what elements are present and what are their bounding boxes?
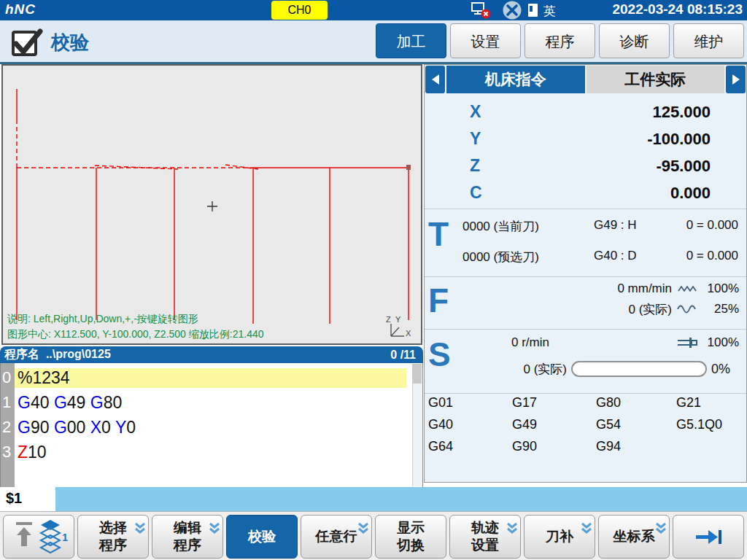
line-number: 0 bbox=[1, 368, 15, 387]
cnc-screen: hNC CH0 英 2022-03-24 08:15:23 bbox=[0, 0, 747, 560]
hnc-logo: hNC bbox=[5, 1, 36, 18]
program-section: 程序名 ..\prog\0125 0 /11 0%12341G40 G49 G8… bbox=[0, 346, 423, 488]
program-line[interactable]: 2G90 G00 X0 Y0 bbox=[1, 415, 422, 440]
axis-name: X bbox=[470, 102, 481, 122]
tool-row-preselect: 0000 (预选刀) G40 : D 0 = 0.000 bbox=[425, 246, 746, 266]
double-chevron-down-icon bbox=[209, 522, 220, 536]
svg-text:Y: Y bbox=[395, 315, 401, 324]
spindle-speed: 0 r/min bbox=[511, 335, 549, 350]
softkey-any-line[interactable]: 任意行 bbox=[301, 515, 372, 559]
axis-value: 0.000 bbox=[670, 184, 711, 203]
dro-panel: 机床指令 工件实际 X125.000Y-100.000Z-95.000C0.00… bbox=[424, 64, 747, 483]
main-tab[interactable]: 维护 bbox=[673, 23, 744, 58]
gcode-item: G01 bbox=[428, 395, 512, 417]
line-number: 1 bbox=[1, 393, 15, 412]
program-lines: 0%12341G40 G49 G802G90 G00 X0 Y03Z10 bbox=[1, 365, 422, 464]
spindle-load-bar bbox=[571, 361, 707, 377]
tab-workpiece-actual[interactable]: 工件实际 bbox=[587, 66, 725, 93]
toolpath-view[interactable]: 说明: Left,Right,Up,Down,+,-按键旋转图形 图形中心: X… bbox=[1, 64, 422, 345]
double-chevron-down-icon bbox=[134, 522, 146, 536]
line-number: 2 bbox=[1, 418, 15, 437]
program-line[interactable]: 0%1234 bbox=[1, 365, 422, 390]
program-header: 程序名 ..\prog\0125 0 /11 bbox=[0, 346, 423, 363]
main-tab[interactable]: 加工 bbox=[376, 23, 446, 58]
axis-row: X125.000 bbox=[425, 98, 746, 125]
main-tab[interactable]: 设置 bbox=[450, 23, 521, 58]
spindle-override: 100% bbox=[704, 335, 739, 350]
tool-row-current: 0000 (当前刀) G49 : H 0 = 0.000 bbox=[425, 215, 746, 236]
dro-tab-bar: 机床指令 工件实际 bbox=[425, 66, 746, 93]
softkey-coord-system[interactable]: 坐标系 bbox=[598, 515, 670, 559]
toolpath-svg bbox=[3, 66, 421, 343]
feed-zigzag-icon bbox=[676, 284, 700, 294]
axis-value: -100.000 bbox=[647, 130, 711, 149]
softkey-label: 坐标系 bbox=[614, 528, 655, 545]
axis-value: -95.000 bbox=[656, 157, 711, 176]
gcode-item: G49 bbox=[512, 417, 596, 439]
channel-button[interactable]: CH0 bbox=[271, 1, 328, 20]
program-line[interactable]: 1G40 G49 G80 bbox=[1, 390, 422, 415]
softkey-tool-comp[interactable]: 刀补 bbox=[524, 515, 595, 559]
main-tab[interactable]: 程序 bbox=[525, 23, 595, 58]
feed-row-actual: 0 (实际) 25% bbox=[629, 300, 740, 319]
axis-row: C0.000 bbox=[425, 179, 746, 206]
gcode-item: G90 bbox=[512, 439, 596, 461]
axis-row: Y-100.000 bbox=[425, 125, 746, 152]
program-line[interactable]: 3Z10 bbox=[1, 440, 422, 464]
spindle-load-percent: 0% bbox=[711, 362, 730, 377]
axis-name: Y bbox=[470, 129, 481, 149]
spindle-row-command: 100% bbox=[676, 333, 739, 352]
spindle-icon bbox=[676, 337, 700, 349]
language-indicator[interactable]: 英 bbox=[543, 3, 556, 20]
layer-count-badge: 1 bbox=[62, 532, 68, 543]
line-text: G40 G49 G80 bbox=[15, 393, 406, 413]
double-chevron-down-icon bbox=[581, 522, 592, 536]
svg-text:Z: Z bbox=[386, 315, 391, 324]
axis-triad-icon: Z Y X bbox=[384, 314, 413, 344]
softkey-label: 任意行 bbox=[316, 528, 357, 545]
axis-row: Z-95.000 bbox=[425, 152, 746, 179]
gcode-item: G17 bbox=[512, 395, 596, 417]
double-chevron-down-icon bbox=[506, 522, 518, 536]
axis-name: C bbox=[470, 183, 482, 203]
feed-sine-icon bbox=[676, 304, 700, 314]
dro-next-arrow[interactable] bbox=[726, 66, 746, 93]
tab-machine-command[interactable]: 机床指令 bbox=[446, 66, 585, 93]
axis-value: 125.000 bbox=[652, 103, 711, 122]
gcode-item: G5.1Q0 bbox=[676, 417, 742, 439]
softkey-edit-program[interactable]: 编辑程序 bbox=[152, 515, 223, 559]
gcode-item: G94 bbox=[596, 439, 676, 461]
main-tab[interactable]: 诊断 bbox=[599, 23, 670, 58]
title-bar: 校验 加工设置程序诊断维护 bbox=[0, 20, 747, 64]
program-editor[interactable]: 0%12341G40 G49 G802G90 G00 X0 Y03Z10 bbox=[0, 363, 423, 488]
double-chevron-down-icon bbox=[357, 522, 369, 536]
softkey-select-program[interactable]: 选择程序 bbox=[77, 515, 149, 559]
gcode-item: G80 bbox=[596, 395, 676, 417]
channel-status: $1 bbox=[6, 490, 22, 507]
axis-position-list: X125.000Y-100.000Z-95.000C0.000 bbox=[425, 98, 746, 206]
gcode-item: G54 bbox=[596, 417, 676, 439]
svg-text:X: X bbox=[406, 329, 411, 338]
gcode-item: G21 bbox=[676, 395, 742, 417]
line-number: 3 bbox=[1, 443, 15, 462]
line-text: G90 G00 X0 Y0 bbox=[15, 418, 406, 438]
program-path: 程序名 ..\prog\0125 bbox=[4, 347, 111, 362]
gcode-item: G40 bbox=[428, 417, 512, 439]
softkey-label: 刀补 bbox=[546, 528, 573, 545]
double-chevron-down-icon bbox=[655, 522, 667, 536]
softkey-return-layers[interactable]: 1 bbox=[3, 515, 74, 559]
softkey-display-switch[interactable]: 显示切换 bbox=[375, 515, 446, 559]
softkey-label: 选择程序 bbox=[99, 519, 127, 554]
scrollbar-thumb[interactable] bbox=[413, 364, 422, 384]
return-top-layers-icon bbox=[9, 518, 68, 556]
line-text: %1234 bbox=[15, 368, 406, 388]
softkey-next-page[interactable] bbox=[673, 515, 744, 559]
top-status-bar: hNC CH0 英 2022-03-24 08:15:23 bbox=[0, 0, 747, 20]
softkey-label: 编辑程序 bbox=[174, 519, 201, 554]
feed-override: 100% bbox=[704, 281, 739, 296]
dro-prev-arrow[interactable] bbox=[425, 66, 445, 93]
page-title: 校验 bbox=[51, 30, 89, 55]
softkey-track-settings[interactable]: 轨迹设置 bbox=[449, 515, 521, 559]
program-scrollbar[interactable] bbox=[412, 364, 422, 486]
softkey-verify[interactable]: 校验 bbox=[226, 515, 298, 559]
